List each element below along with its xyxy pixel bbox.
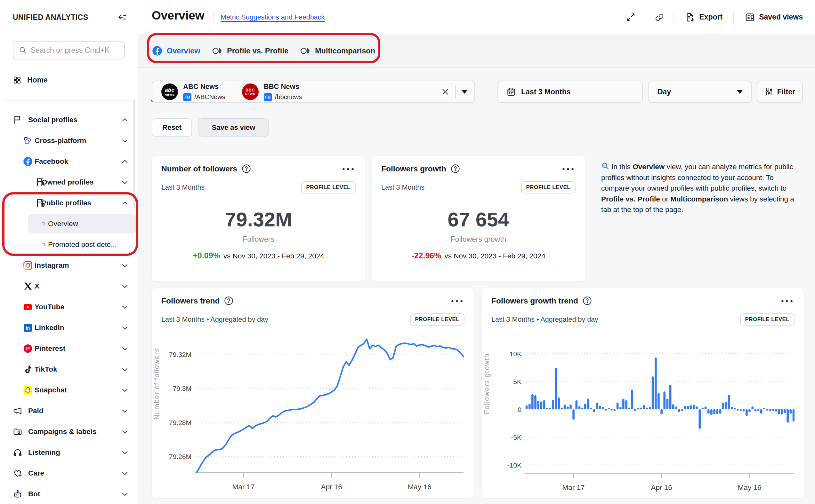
content-area: abcNEWS ABC News FB /ABCNews BBCNEWS BBC… (138, 68, 815, 504)
facebook-badge-icon: FB (183, 93, 191, 101)
chevron-down-icon[interactable] (121, 407, 129, 415)
sidebar-item-paid[interactable]: Paid (0, 400, 137, 421)
sidebar-item-owned-profiles[interactable]: Owned profiles (0, 172, 137, 193)
chevron-up-icon[interactable] (121, 157, 129, 166)
sidebar-item-label: Listening (28, 448, 60, 457)
tiktok-icon (23, 365, 33, 374)
saved-views-button[interactable]: Saved views (742, 10, 805, 24)
export-button[interactable]: Export (683, 10, 725, 24)
card-menu-icon[interactable]: ●●● (781, 298, 795, 303)
followers-trend-chart[interactable]: 79.32M79.3M79.28M79.26MMar 17Apr 16May 1… (161, 328, 464, 494)
sidebar-item-snapchat[interactable]: Snapchat (0, 380, 137, 400)
chevron-down-icon[interactable] (121, 137, 129, 145)
chevron-down-icon[interactable] (121, 428, 129, 436)
calendar-icon (506, 87, 516, 97)
svg-text:-5K: -5K (511, 434, 521, 441)
profile-level-badge: PROFILE LEVEL (740, 313, 795, 326)
sidebar-item-label: Cross-platform (35, 137, 86, 145)
chevron-down-icon[interactable] (121, 261, 129, 270)
help-icon[interactable] (242, 164, 251, 173)
filter-sliders-icon (764, 87, 773, 96)
help-icon[interactable] (451, 164, 460, 173)
filter-button[interactable]: Filter (757, 81, 803, 103)
copy-link-icon[interactable] (654, 12, 665, 23)
chevron-down-icon[interactable] (121, 344, 129, 353)
main-area: Overview Metric Suggestions and Feedback… (138, 0, 815, 504)
sidebar-item-overview[interactable]: Overview (0, 213, 137, 234)
svg-text:P: P (26, 346, 29, 352)
sidebar-item-linkedin[interactable]: inLinkedIn (0, 317, 137, 338)
sidebar-item-pinterest[interactable]: PPinterest (0, 338, 137, 359)
campaigns-icon (13, 427, 22, 437)
chevron-down-icon[interactable] (121, 386, 129, 394)
sidebar-item-x[interactable]: X (0, 276, 137, 296)
svg-text:Apr 16: Apr 16 (321, 483, 342, 491)
card-menu-icon[interactable]: ●●● (562, 166, 575, 171)
profile-chip-abc-news[interactable]: abcNEWS ABC News FB /ABCNews (161, 83, 226, 101)
sidebar-item-social-profiles[interactable]: Social profiles (0, 109, 137, 130)
reset-button[interactable]: Reset (152, 118, 192, 137)
sidebar-item-facebook[interactable]: Facebook (0, 151, 137, 172)
granularity-dropdown[interactable]: Day (648, 81, 752, 103)
chevron-down-icon[interactable] (121, 448, 129, 457)
sidebar-scrollbar[interactable] (133, 99, 135, 208)
linkedin-icon: in (23, 323, 33, 333)
help-icon[interactable] (224, 296, 234, 305)
tab-overview[interactable]: Overview (152, 34, 200, 67)
followers-growth-trend-chart[interactable]: 10K5K0-5K-10KMar 17Apr 16May 16 (491, 328, 795, 494)
profile-selector[interactable]: abcNEWS ABC News FB /ABCNews BBCNEWS BBC… (152, 81, 475, 103)
pinterest-icon: P (23, 344, 33, 353)
header-divider (213, 11, 214, 24)
toolbar-separator (674, 11, 674, 24)
sidebar-item-label: Instagram (35, 261, 69, 270)
chevron-up-icon[interactable] (121, 116, 129, 124)
sidebar-item-label: Overview (48, 220, 78, 228)
card-menu-icon[interactable]: ●●● (342, 166, 356, 171)
profile-chip-bbc-news[interactable]: BBCNEWS BBC News FB /bbcnews (242, 83, 302, 101)
cross-platform-icon (23, 136, 33, 146)
compare-icon (300, 46, 311, 56)
chevron-down-icon[interactable] (121, 324, 129, 332)
chevron-down-icon[interactable] (121, 469, 129, 477)
save-as-view-button[interactable]: Save as view (198, 118, 269, 137)
sidebar-item-campaigns-labels[interactable]: Campaigns & labels (0, 421, 137, 442)
svg-text:5K: 5K (513, 378, 521, 385)
chevron-down-icon[interactable] (121, 178, 129, 186)
sidebar-item-promoted-post-detail[interactable]: Promoted post dete... (0, 234, 137, 255)
magnifier-icon (601, 162, 609, 170)
bullet-icon (38, 240, 48, 249)
card-menu-icon[interactable]: ●●● (451, 298, 464, 303)
sidebar-item-tiktok[interactable]: TikTok (0, 359, 137, 380)
sidebar-item-instagram[interactable]: Instagram (0, 255, 137, 276)
sidebar-nav: Social profilesCross-platformFacebookOwn… (0, 0, 137, 504)
chevron-up-icon[interactable] (121, 199, 129, 207)
sidebar-item-public-profiles[interactable]: Public profiles (0, 193, 137, 213)
sidebar-item-bot[interactable]: Bot (0, 484, 137, 504)
profile-dropdown-caret[interactable] (462, 90, 467, 94)
date-range-button[interactable]: Last 3 Months (497, 81, 643, 103)
chevron-down-icon[interactable] (121, 365, 129, 374)
bbc-news-avatar: BBCNEWS (242, 83, 259, 100)
tab-multicomparison[interactable]: Multicomparison (300, 34, 375, 67)
sidebar-item-listening[interactable]: Listening (0, 442, 137, 463)
paid-icon (13, 406, 22, 416)
sidebar-item-youtube[interactable]: YouTube (0, 296, 137, 317)
sidebar-item-label: Owned profiles (42, 178, 94, 186)
chevron-down-icon[interactable] (121, 282, 129, 290)
facebook-badge-icon: FB (264, 93, 272, 101)
care-icon (13, 469, 22, 478)
svg-text:May 16: May 16 (408, 483, 431, 491)
help-icon[interactable] (582, 296, 592, 305)
clear-profiles-icon[interactable] (441, 88, 449, 96)
sidebar-item-label: Facebook (35, 157, 68, 166)
sidebar-item-label: Campaigns & labels (28, 428, 97, 436)
chevron-down-icon[interactable] (121, 303, 129, 311)
tab-profile-vs-profile[interactable]: Profile vs. Profile (212, 34, 289, 67)
sidebar-item-care[interactable]: Care (0, 463, 137, 484)
chevron-down-icon[interactable] (121, 490, 129, 498)
expand-icon[interactable] (625, 12, 637, 23)
metric-suggestions-link[interactable]: Metric Suggestions and Feedback (221, 13, 325, 21)
followers-value: 79.32M (152, 208, 365, 231)
sidebar-item-label: Paid (28, 407, 43, 415)
sidebar-item-cross-platform[interactable]: Cross-platform (0, 130, 137, 151)
